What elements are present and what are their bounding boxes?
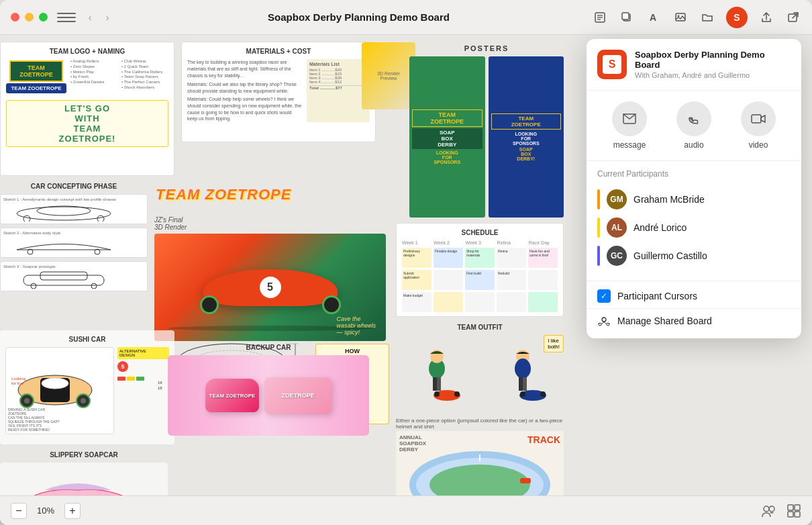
svg-point-42 (81, 398, 86, 403)
participant-graham[interactable]: GM Graham McBride (597, 185, 791, 213)
app-icon-letter: S (609, 58, 616, 70)
svg-point-30 (515, 359, 531, 379)
svg-point-28 (454, 391, 460, 397)
titlebar: ‹ › Soapbox Derby Planning Demo Board (0, 0, 812, 35)
back-button[interactable]: ‹ (83, 10, 97, 25)
participant-guillermo[interactable]: GC Guillermo Castillo (597, 242, 791, 270)
nav-arrows: ‹ › (83, 10, 115, 25)
participant-name-guillermo: Guillermo Castillo (633, 250, 707, 261)
zoom-out-button[interactable]: − (11, 503, 27, 519)
svg-rect-77 (795, 512, 800, 517)
audio-action-label: audio (684, 140, 703, 150)
svg-rect-32 (523, 377, 527, 391)
svg-point-34 (520, 391, 525, 397)
zoom-controls: − 10% + (11, 503, 81, 519)
svg-rect-25 (437, 377, 441, 391)
svg-rect-63 (520, 478, 531, 483)
popup-board-name: Soapbox Derby Planning Demo Board (635, 50, 791, 70)
sidebar-toggle-line (57, 21, 76, 22)
notes-icon[interactable] (592, 9, 608, 26)
video-action-button[interactable]: video (741, 101, 776, 150)
share-icon[interactable] (758, 9, 774, 26)
user-avatar-button[interactable]: S (726, 7, 748, 28)
cursors-checkbox[interactable]: ✓ (597, 289, 611, 303)
window-title: Soapbox Derby Planning Demo Board (125, 11, 592, 23)
avatar-guillermo: GC (607, 246, 627, 266)
participant-cursors-row[interactable]: ✓ Participant Cursors (587, 284, 801, 308)
participants-heading: Current Participants (597, 169, 791, 179)
forward-button[interactable]: › (100, 10, 115, 25)
collaboration-popup: S Soapbox Derby Planning Demo Board With… (587, 39, 801, 338)
grid-view-icon[interactable] (786, 504, 801, 518)
participant-indicator-yellow (597, 218, 600, 238)
svg-point-21 (91, 283, 97, 289)
outfit-title: TEAM OUTFIT (396, 324, 564, 331)
poster-green-1: TEAMZOETROPE SOAPBOXDERBY LOOKINGFORSPON… (409, 56, 485, 218)
message-icon-circle (612, 101, 647, 136)
svg-point-27 (434, 391, 440, 397)
sidebar-toggle-line (57, 13, 76, 14)
svg-rect-74 (788, 505, 793, 510)
app-window: ‹ › Soapbox Derby Planning Demo Board (0, 0, 812, 525)
car-concepting-title: CAR CONCEPTING PHASE (0, 183, 148, 190)
svg-text:18: 18 (158, 386, 162, 390)
close-button[interactable] (11, 13, 19, 21)
duplicate-icon[interactable] (619, 9, 635, 26)
participant-andre[interactable]: AL André Lorico (597, 213, 791, 242)
svg-point-11 (17, 207, 111, 220)
sushi-car-title: SUSHI CAR (5, 336, 169, 343)
zoom-in-button[interactable]: + (64, 503, 81, 519)
avatar-andre: AL (607, 218, 627, 238)
audio-action-button[interactable]: audio (676, 101, 711, 150)
manage-shared-board-row[interactable]: Manage Shared Board (587, 308, 801, 338)
section-team-logo: TEAM LOGO + NAMING TEAMZOETROPE TEAM ZOO… (0, 42, 174, 176)
render-car-3d: 5 Cave thewasabi wheels— spicy! (154, 234, 386, 341)
svg-point-73 (769, 506, 774, 512)
backup-car-title: BACKUP CAR (168, 344, 369, 351)
svg-point-8 (678, 15, 680, 17)
svg-line-10 (793, 13, 798, 18)
maximize-button[interactable] (39, 13, 48, 21)
traffic-lights (11, 13, 48, 21)
svg-point-35 (540, 391, 546, 397)
folder-icon[interactable] (699, 9, 715, 26)
avatar-graham: GM (607, 189, 627, 209)
sidebar-toggle-button[interactable] (57, 10, 76, 25)
section-car-concepting: CAR CONCEPTING PHASE Sketch 1 - Aerodyna… (0, 183, 148, 317)
popup-title-group: Soapbox Derby Planning Demo Board With G… (635, 50, 791, 79)
schedule-title: SCHEDULE (402, 229, 558, 236)
message-action-label: message (613, 140, 646, 150)
section-3d-render: JZ's Final3D Render 5 (154, 216, 386, 337)
svg-rect-5 (622, 13, 629, 19)
team-zoetrope-logo-green: TEAMZOETROPE (9, 60, 63, 82)
section-backup-car: BACKUP CAR TEAM ZOETROPE ZOETROPE (168, 344, 369, 451)
svg-point-41 (24, 398, 30, 403)
banner-text: TEAM ZOETROPE (156, 186, 291, 203)
section-schedule: SCHEDULE Week 1 Week 2 Week 3 Retina Rac… (396, 223, 564, 317)
toolbar-right: A S (592, 7, 801, 28)
participant-indicator-orange (597, 189, 600, 209)
bottom-right-controls (761, 504, 801, 518)
minimize-button[interactable] (25, 13, 34, 21)
svg-point-20 (31, 283, 36, 289)
sidebar-toggle-line (57, 17, 76, 18)
external-link-icon[interactable] (785, 9, 801, 26)
participant-name-graham: Graham McBride (633, 194, 705, 205)
video-action-label: video (749, 140, 768, 150)
collaborators-icon[interactable] (761, 504, 776, 518)
manage-shared-board-label: Manage Shared Board (617, 316, 712, 326)
slippery-title: SLIPPERY SOAPCAR (0, 451, 168, 459)
participant-indicator-blue (597, 246, 600, 266)
svg-rect-31 (519, 377, 523, 391)
popup-header: S Soapbox Derby Planning Demo Board With… (587, 39, 801, 91)
team-zoetrope-logo-blue: TEAM ZOOETROPE (6, 83, 66, 93)
materials-title: MATERIALS + COST (187, 48, 370, 55)
bottom-bar: − 10% + (0, 495, 812, 525)
image-icon[interactable] (672, 9, 689, 26)
svg-text:Looking: Looking (11, 377, 26, 381)
svg-text:A: A (650, 12, 656, 23)
participants-section: Current Participants GM Graham McBride A… (587, 161, 801, 278)
video-icon-circle (741, 101, 776, 136)
message-action-button[interactable]: message (612, 101, 647, 150)
text-icon[interactable]: A (646, 9, 662, 26)
